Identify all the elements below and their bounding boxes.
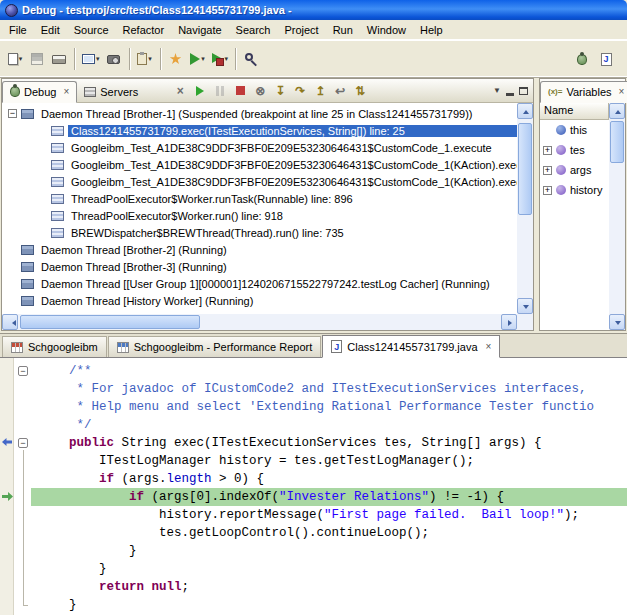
remove-terminated-button[interactable]: × [171, 82, 189, 99]
expander-minus-icon[interactable]: − [8, 109, 17, 118]
variables-vertical-scrollbar[interactable] [609, 103, 625, 330]
save-button[interactable] [26, 47, 48, 71]
menu-run[interactable]: Run [326, 21, 360, 39]
scrollbar-thumb[interactable] [518, 123, 532, 215]
collapse-icon[interactable]: − [18, 366, 28, 376]
editor-tab[interactable]: Schgoogleibm [2, 336, 107, 357]
step-over-button[interactable]: ↷ [291, 82, 309, 99]
drop-to-frame-button[interactable]: ↩ [331, 82, 349, 99]
dropdown-caret-icon: ▾ [148, 55, 152, 63]
report-button[interactable]: ▾ [134, 47, 156, 71]
suspend-button[interactable] [211, 82, 229, 99]
resume-button[interactable] [191, 82, 209, 99]
scroll-up-icon[interactable] [517, 103, 533, 119]
folding-ruler[interactable]: −− [15, 358, 31, 615]
server-icon [84, 87, 96, 97]
debug-event-button[interactable] [165, 47, 187, 71]
scroll-up-icon[interactable] [609, 103, 625, 119]
variable-row[interactable]: this [540, 120, 609, 140]
menu-edit[interactable]: Edit [34, 21, 67, 39]
tree-row[interactable]: Daemon Thread [Brother-2] (Running) [2, 241, 517, 258]
scrollbar-thumb[interactable] [20, 315, 200, 329]
code-content[interactable]: /** * For javadoc of ICustomCode2 and IT… [31, 358, 627, 615]
tree-row[interactable]: Googleibm_Test_A1DE38C9DDF3FBF0E209E5323… [2, 173, 517, 190]
expander-plus-icon[interactable]: + [543, 186, 552, 195]
tree-row[interactable]: Daemon Thread [[User Group 1][000001]124… [2, 275, 517, 292]
tree-row[interactable]: Class1241455731799.exec(ITestExecutionSe… [2, 122, 517, 139]
scroll-down-icon[interactable] [609, 314, 625, 330]
scroll-left-icon[interactable] [2, 314, 18, 330]
suspend-icon [216, 86, 224, 96]
menu-source[interactable]: Source [67, 21, 116, 39]
tab-debug[interactable]: Debug × [2, 81, 77, 103]
tree-row[interactable]: Googleibm_Test_A1DE38C9DDF3FBF0E209E5323… [2, 156, 517, 173]
menu-refactor[interactable]: Refactor [116, 21, 172, 39]
scrollbar-thumb[interactable] [610, 121, 624, 163]
annotation-ruler[interactable] [0, 358, 14, 615]
external-tools-button[interactable]: ▾ [209, 47, 232, 71]
print-button[interactable] [48, 47, 70, 71]
view-menu-icon[interactable]: ▼ [493, 86, 501, 95]
search-button[interactable] [240, 47, 262, 71]
maximize-icon[interactable] [519, 87, 528, 95]
open-test-button[interactable]: ▾ [79, 47, 103, 71]
code-line: */ [39, 416, 627, 434]
scroll-right-icon[interactable] [501, 314, 517, 330]
step-into-button[interactable]: ↧ [271, 82, 289, 99]
step-filters-button[interactable]: ⇅ [351, 82, 369, 99]
frame-icon [51, 194, 64, 204]
menu-window[interactable]: Window [360, 21, 413, 39]
debug-horizontal-scrollbar[interactable] [2, 314, 517, 330]
editor-tab[interactable]: Schgoogleibm - Performance Report [108, 336, 322, 357]
record-button[interactable] [103, 47, 125, 71]
tree-row[interactable]: Daemon Thread [Brother-3] (Running) [2, 258, 517, 275]
expander-plus-icon[interactable]: + [543, 146, 552, 155]
close-icon[interactable]: × [486, 341, 492, 352]
menu-help[interactable]: Help [413, 21, 450, 39]
return-marker-icon [2, 438, 12, 446]
minimize-icon[interactable] [506, 93, 514, 96]
tree-row[interactable]: Daemon Thread [History Worker] (Running) [2, 292, 517, 309]
editor-tab[interactable]: Class1241455731799.java× [322, 335, 500, 358]
debug-view-header: Debug × Servers ×⊗↧↷↥↩⇅ ▼ [2, 79, 533, 103]
title-bar[interactable]: Debug - testproj/src/test/Class124145573… [0, 0, 627, 20]
new-button[interactable]: ▾ [4, 47, 26, 71]
perf-icon [11, 342, 23, 353]
terminate-button[interactable] [231, 82, 249, 99]
tab-servers-label: Servers [100, 86, 138, 98]
debug-vertical-scrollbar[interactable] [517, 103, 533, 314]
disconnect-button[interactable]: ⊗ [251, 82, 269, 99]
tree-row-label: Googleibm_Test_A1DE38C9DDF3FBF0E209E5323… [68, 176, 517, 188]
main-toolbar: ▾▾▾▾▾ [0, 40, 627, 78]
scrollbar-corner [517, 314, 533, 330]
menu-file[interactable]: File [2, 21, 34, 39]
expander-plus-icon[interactable]: + [543, 166, 552, 175]
variable-row[interactable]: +args [540, 160, 609, 180]
perspective-java-button[interactable] [595, 47, 617, 71]
frame-icon [51, 211, 64, 221]
menu-project[interactable]: Project [277, 21, 325, 39]
code-line: return null; [39, 578, 627, 596]
code-line: } [39, 542, 627, 560]
tree-row[interactable]: Googleibm_Test_A1DE38C9DDF3FBF0E209E5323… [2, 139, 517, 156]
close-icon[interactable]: × [63, 86, 69, 97]
scroll-down-icon[interactable] [517, 298, 533, 314]
tab-servers[interactable]: Servers [77, 81, 145, 103]
variable-row[interactable]: +history [540, 180, 609, 200]
step-return-button[interactable]: ↥ [311, 82, 329, 99]
java-editor[interactable]: −− /** * For javadoc of ICustomCode2 and… [0, 358, 627, 615]
collapse-icon[interactable]: − [18, 438, 28, 448]
debug-view: Debug × Servers ×⊗↧↷↥↩⇅ ▼ −Daemon Thread… [1, 78, 534, 331]
tree-row[interactable]: ThreadPoolExecutor$Worker.run() line: 91… [2, 207, 517, 224]
run-button[interactable]: ▾ [187, 47, 209, 71]
menu-navigate[interactable]: Navigate [171, 21, 228, 39]
menu-search[interactable]: Search [229, 21, 278, 39]
perspective-debug-button[interactable] [571, 47, 593, 71]
tree-row[interactable]: BREWDispatcher$BREWThread(Thread).run() … [2, 224, 517, 241]
tab-variables[interactable]: (x)= Variables × [540, 81, 627, 103]
variable-row[interactable]: +tes [540, 140, 609, 160]
tree-row[interactable]: ThreadPoolExecutor$Worker.runTask(Runnab… [2, 190, 517, 207]
close-icon[interactable]: × [619, 86, 625, 97]
tree-row[interactable]: −Daemon Thread [Brother-1] (Suspended (b… [2, 105, 517, 122]
name-column-header[interactable]: Name [540, 103, 609, 120]
